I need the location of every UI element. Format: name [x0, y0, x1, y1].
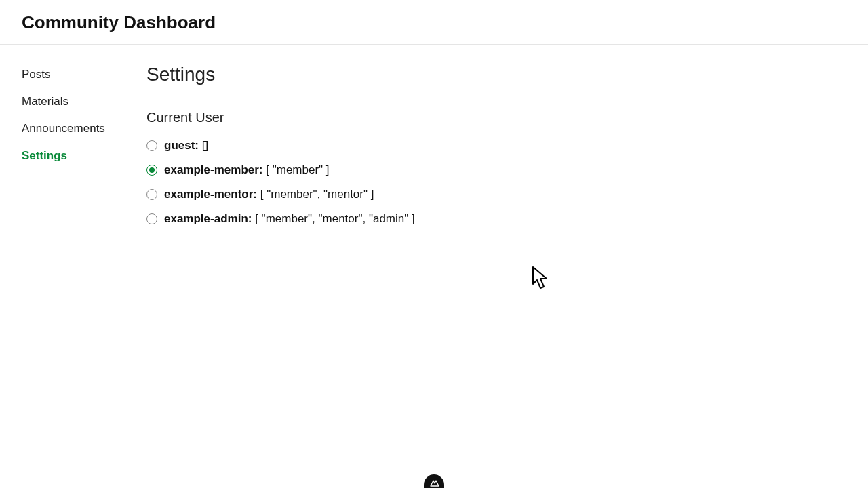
radio-icon [146, 140, 157, 151]
user-radio-example-member[interactable]: example-member: [ "member" ] [146, 163, 841, 177]
radio-icon [146, 214, 157, 224]
user-name: guest: [164, 139, 199, 152]
nuxt-logo-icon [429, 479, 439, 487]
sidebar-item-settings[interactable]: Settings [22, 142, 119, 169]
radio-icon [146, 189, 157, 200]
radio-label: example-member: [ "member" ] [164, 163, 330, 177]
user-radio-list: guest: [] example-member: [ "member" ] e… [146, 139, 841, 226]
user-radio-example-admin[interactable]: example-admin: [ "member", "mentor", "ad… [146, 212, 841, 226]
sidebar-item-label: Announcements [22, 122, 105, 135]
radio-label: example-mentor: [ "member", "mentor" ] [164, 188, 374, 201]
sidebar: Posts Materials Announcements Settings [0, 45, 119, 488]
section-title: Current User [146, 110, 841, 125]
header: Community Dashboard [0, 0, 868, 45]
main-content: Settings Current User guest: [] example-… [119, 45, 868, 488]
sidebar-item-posts[interactable]: Posts [22, 61, 119, 88]
user-name: example-member: [164, 163, 263, 176]
body: Posts Materials Announcements Settings S… [0, 45, 868, 488]
radio-label: example-admin: [ "member", "mentor", "ad… [164, 212, 415, 226]
user-name: example-admin: [164, 212, 252, 225]
page-title: Settings [146, 64, 841, 85]
radio-label: guest: [] [164, 139, 208, 152]
user-roles: [] [202, 139, 208, 152]
user-roles: [ "member", "mentor", "admin" ] [255, 212, 415, 225]
user-roles: [ "member", "mentor" ] [260, 188, 374, 201]
sidebar-item-label: Settings [22, 149, 67, 162]
sidebar-item-label: Posts [22, 68, 51, 81]
sidebar-item-materials[interactable]: Materials [22, 88, 119, 115]
radio-icon [146, 165, 157, 176]
app-title: Community Dashboard [22, 12, 846, 33]
user-roles: [ "member" ] [266, 163, 329, 176]
sidebar-item-announcements[interactable]: Announcements [22, 115, 119, 142]
user-radio-example-mentor[interactable]: example-mentor: [ "member", "mentor" ] [146, 188, 841, 201]
user-radio-guest[interactable]: guest: [] [146, 139, 841, 152]
user-name: example-mentor: [164, 188, 257, 201]
sidebar-item-label: Materials [22, 95, 68, 108]
